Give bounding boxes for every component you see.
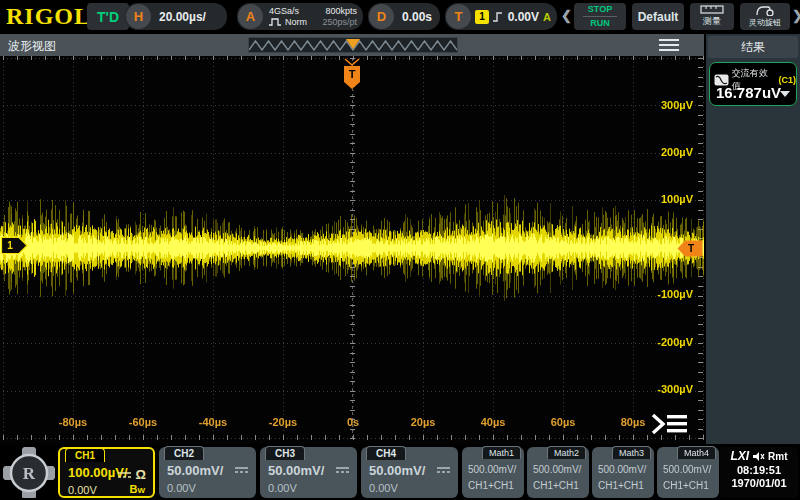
channel2-card[interactable]: CH2 50.00mV/ 0.00V — [159, 447, 256, 498]
measure-label: 测量 — [703, 15, 721, 28]
channel3-tab[interactable]: CH3 — [265, 446, 305, 460]
results-panel-title: 结果 — [708, 36, 798, 58]
default-label: Default — [638, 10, 679, 24]
svg-text:1: 1 — [7, 240, 13, 251]
math4-scale: 500.00mV/ — [663, 464, 711, 475]
rigol-logo: RIGOL — [6, 3, 91, 30]
channel2-tab[interactable]: CH2 — [164, 446, 204, 460]
t-axis-label: 20µs — [411, 416, 436, 428]
dc-coupling-icon — [234, 465, 249, 475]
ruler-icon — [700, 5, 724, 14]
delay-value: 0.00s — [394, 10, 440, 24]
math1-expression: CH1+CH1 — [468, 480, 514, 491]
math4-expression: CH1+CH1 — [663, 480, 709, 491]
sample-resolution-value: 250ps/pt — [322, 17, 357, 28]
t-axis-label: 0s — [347, 416, 359, 428]
bandwidth-limit-badge: BW — [129, 483, 145, 495]
delay-key-icon: D — [369, 4, 394, 29]
math3-card[interactable]: Math3 500.00mV/ CH1+CH1 — [592, 447, 654, 498]
math2-card[interactable]: Math2 500.00mV/ CH1+CH1 — [527, 447, 589, 498]
trigger-settings-button[interactable]: T 1 0.00V A — [445, 3, 557, 30]
math3-scale: 500.00mV/ — [598, 464, 646, 475]
channel1-tab[interactable]: CH1 — [65, 448, 105, 462]
flex-knob-label: 灵动旋钮 — [749, 17, 781, 28]
channel4-tab[interactable]: CH4 — [366, 446, 406, 460]
oscilloscope-screen: RIGOL T'D H 20.00µs/ A 4GSa/s 800kpts — [0, 0, 800, 500]
t-axis-label: 60µs — [551, 416, 576, 428]
measurement-value: 16.787uV — [716, 84, 781, 101]
dc-coupling-icon — [117, 470, 132, 480]
horizontal-key-icon: H — [126, 4, 151, 29]
rising-edge-icon — [492, 10, 504, 24]
flex-knob-button[interactable]: 灵动旋钮 — [740, 3, 790, 30]
default-button[interactable]: Default — [632, 3, 684, 30]
channel3-scale: 50.00mV/ — [268, 463, 324, 478]
math2-expression: CH1+CH1 — [533, 480, 579, 491]
waveform-canvas — [0, 56, 704, 444]
trigger-status-badge[interactable]: T'D — [87, 3, 129, 30]
chevron-down-icon[interactable] — [780, 91, 790, 97]
impedance-label: Ω — [136, 467, 146, 482]
knob-icon — [755, 5, 775, 16]
channel2-scale: 50.00mV/ — [167, 463, 223, 478]
measurement-source: (C1) — [779, 75, 797, 85]
trigger-source-badge: 1 — [475, 10, 489, 24]
trigger-position-marker[interactable]: T — [343, 57, 361, 91]
stop-label: STOP — [588, 4, 612, 15]
clock-date: 1970/01/01 — [720, 477, 798, 489]
v-axis-label: 300µV — [661, 99, 693, 111]
trigger-key-icon: T — [446, 4, 471, 29]
t-axis-label: -40µs — [199, 416, 227, 428]
horizontal-scale-value: 20.00µs/ — [151, 10, 214, 24]
measurement-result-card[interactable]: 交流有效值 (C1) 16.787uV — [709, 62, 797, 106]
remote-label: Rmt — [768, 451, 787, 462]
stop-run-button[interactable]: STOP RUN — [574, 3, 626, 30]
t-axis-label: 40µs — [481, 416, 506, 428]
math4-card[interactable]: Math4 500.00mV/ CH1+CH1 — [657, 447, 719, 498]
svg-text:R: R — [23, 464, 36, 483]
horizontal-settings-button[interactable]: H 20.00µs/ — [125, 3, 227, 30]
math2-tab[interactable]: Math2 — [547, 446, 586, 459]
t-axis-label: -20µs — [269, 416, 297, 428]
measure-button[interactable]: 测量 — [690, 3, 734, 30]
waveform-display: 300µV 200µV 100µV -100µV -200µV -300µV -… — [0, 56, 704, 444]
trigger-level-value: 0.00V — [504, 10, 543, 24]
bottom-bar: R CH1 100.00µV/ Ω 0.00V BW CH2 50.00mV/ — [0, 445, 800, 500]
acquisition-settings-button[interactable]: A 4GSa/s 800kpts Norm 250ps/pt — [237, 3, 363, 30]
channel3-offset: 0.00V — [268, 482, 297, 494]
chevron-right-icon[interactable]: ❯ — [792, 8, 800, 23]
speaker-muted-icon — [752, 451, 765, 462]
clock-time: 08:19:51 — [720, 464, 798, 476]
waveform-view-title: 波形视图 — [8, 38, 56, 55]
axis-menu-icon[interactable] — [650, 411, 690, 437]
status-clock-box[interactable]: LXI Rmt 08:19:51 1970/01/01 — [720, 447, 798, 498]
hamburger-menu-icon[interactable] — [659, 39, 679, 54]
channel4-card[interactable]: CH4 50.00mV/ 0.00V — [361, 447, 458, 498]
math1-card[interactable]: Math1 500.00mV/ CH1+CH1 — [462, 447, 524, 498]
dc-coupling-icon — [436, 465, 451, 475]
divider — [583, 16, 617, 17]
channel1-card[interactable]: CH1 100.00µV/ Ω 0.00V BW — [58, 447, 155, 498]
math1-scale: 500.00mV/ — [468, 464, 516, 475]
sample-rate-value: 4GSa/s — [269, 6, 299, 17]
channel1-offset: 0.00V — [68, 484, 97, 496]
v-axis-label: 200µV — [661, 146, 693, 158]
trigger-level-marker[interactable]: T — [677, 240, 703, 257]
memory-depth-value: 800kpts — [325, 6, 357, 17]
run-label: RUN — [590, 18, 610, 29]
waveform-view-header: 波形视图 — [0, 34, 704, 56]
delay-settings-button[interactable]: D 0.00s — [368, 3, 440, 30]
math1-tab[interactable]: Math1 — [482, 446, 521, 459]
channel3-card[interactable]: CH3 50.00mV/ 0.00V — [260, 447, 357, 498]
math4-tab[interactable]: Math4 — [677, 446, 716, 459]
v-axis-label: -100µV — [657, 288, 693, 300]
v-axis-label: 100µV — [661, 193, 693, 205]
results-panel: 结果 交流有效值 (C1) 16.787uV — [706, 34, 800, 444]
chevron-left-icon[interactable]: ❮ — [561, 8, 572, 23]
timebase-overview-strip[interactable] — [248, 37, 458, 53]
acquisition-key-icon: A — [238, 4, 263, 29]
math3-tab[interactable]: Math3 — [612, 446, 651, 459]
rigol-gear-logo[interactable]: R — [3, 447, 55, 498]
channel1-ground-marker[interactable]: 1 — [1, 237, 28, 254]
overview-trigger-position-icon[interactable] — [346, 39, 360, 49]
